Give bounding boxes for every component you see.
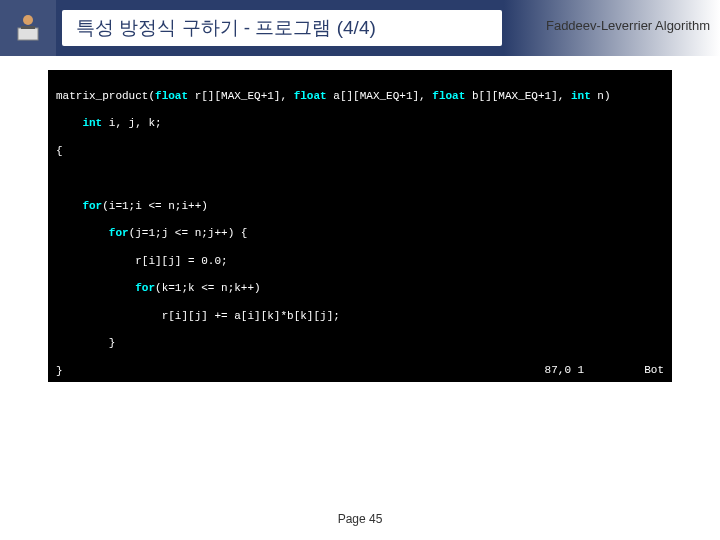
reading-figure-icon — [8, 8, 48, 48]
page-number: Page 45 — [0, 512, 720, 526]
code-line: r[i][j] = 0.0; — [56, 255, 664, 269]
code-terminal: matrix_product(float r[][MAX_EQ+1], floa… — [48, 70, 672, 382]
slide-title: 특성 방정식 구하기 - 프로그램 (4/4) — [62, 10, 502, 46]
slide-header: 특성 방정식 구하기 - 프로그램 (4/4) Faddeev-Leverrie… — [0, 0, 720, 56]
code-line: r[i][j] += a[i][k]*b[k][j]; — [56, 310, 664, 324]
title-text: 특성 방정식 구하기 - 프로그램 (4/4) — [76, 15, 376, 41]
code-line: } — [56, 337, 664, 351]
header-icon — [0, 0, 56, 56]
cursor-position: 87,0 1 — [545, 364, 585, 378]
code-line: matrix_product(float r[][MAX_EQ+1], floa… — [56, 90, 664, 104]
svg-rect-2 — [21, 26, 35, 29]
editor-mode: Bot — [644, 364, 664, 378]
code-line — [56, 172, 664, 186]
code-line: int i, j, k; — [56, 117, 664, 131]
svg-rect-1 — [18, 28, 38, 40]
code-line: { — [56, 145, 664, 159]
code-line: for(j=1;j <= n;j++) { — [56, 227, 664, 241]
code-line: for(k=1;k <= n;k++) — [56, 282, 664, 296]
editor-status-bar: 87,0 1 Bot — [56, 364, 664, 378]
code-line: for(i=1;i <= n;i++) — [56, 200, 664, 214]
svg-point-0 — [23, 15, 33, 25]
algorithm-label: Faddeev-Leverrier Algorithm — [546, 18, 710, 33]
